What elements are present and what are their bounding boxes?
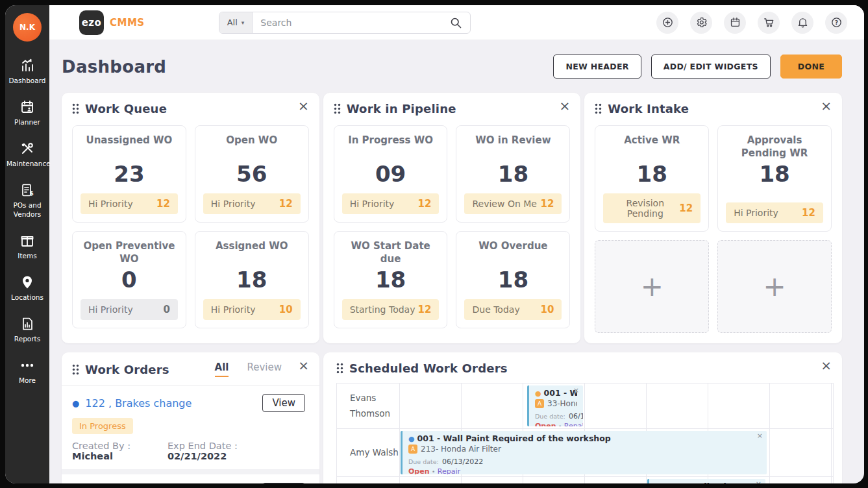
stat-card-open-wo[interactable]: Open WO 56 Hi Priority 12: [195, 125, 309, 223]
stat-label: WO in Review: [464, 134, 562, 160]
purchase-orders-icon: $: [19, 182, 35, 198]
stat-label: WO Overdue: [464, 240, 562, 265]
view-button[interactable]: View: [262, 394, 305, 412]
badge-label: Hi Priority: [88, 304, 133, 315]
status-dot-icon: ●: [408, 435, 415, 443]
stat-card-in-progress-wo[interactable]: In Progress WO 09 Hi Priority 12: [334, 125, 448, 223]
stat-label: Unassigned WO: [81, 134, 178, 160]
badge-label: Hi Priority: [211, 199, 256, 209]
svg-text:?: ?: [834, 19, 837, 26]
priority-badge: Hi Priority 0: [81, 299, 178, 320]
done-button[interactable]: DONE: [780, 55, 842, 79]
work-order-list-item: ● 122 , Brakes change View In Progress C…: [72, 385, 309, 469]
stat-card-wo-start-date-due[interactable]: WO Start Date due 18 Starting Today 12: [334, 231, 448, 328]
close-icon[interactable]: ×: [757, 432, 763, 439]
sidebar-item-maintenance[interactable]: Maintenance: [5, 134, 49, 175]
priority-badge: Hi Priority 12: [203, 193, 301, 214]
calendar-button[interactable]: [724, 12, 746, 34]
search-filter-dropdown[interactable]: All ▾: [219, 12, 253, 33]
drag-handle-icon[interactable]: [334, 103, 341, 114]
cart-button[interactable]: [758, 12, 780, 34]
user-avatar[interactable]: N.K: [13, 13, 42, 42]
settings-button[interactable]: [690, 12, 712, 34]
drag-handle-icon[interactable]: [72, 103, 79, 114]
add-widget-placeholder[interactable]: +: [717, 240, 832, 333]
app-window: N.K Dashboard Planner Maintenance $ POs …: [5, 5, 864, 483]
priority-badge: Hi Priority 12: [726, 202, 823, 223]
sidebar-item-label: POs and Vendors: [6, 201, 48, 218]
stat-card-open-preventive-wo[interactable]: Open Preventive WO 0 Hi Priority 0: [72, 231, 186, 328]
schedule-row: Jery × ●001 - Wall Paint needed Open • R…: [337, 477, 833, 483]
sidebar-item-items[interactable]: Items: [5, 226, 49, 267]
new-header-button[interactable]: NEW HEADER: [553, 55, 641, 79]
notifications-button[interactable]: [791, 12, 813, 34]
widget-work-in-pipeline: Work in Pipeline × In Progress WO 09 Hi …: [323, 93, 581, 343]
page-title: Dashboard: [62, 57, 543, 77]
status-dot-icon: ●: [535, 389, 541, 398]
stat-card-assigned-wo[interactable]: Assigned WO 18 Hi Priority 10: [195, 231, 309, 328]
close-icon[interactable]: ×: [298, 359, 309, 372]
add-button[interactable]: [656, 12, 678, 34]
search-icon[interactable]: [449, 16, 462, 29]
tab-review[interactable]: Review: [247, 361, 282, 377]
chevron-down-icon: ▾: [242, 19, 245, 26]
sidebar-item-reports[interactable]: Reports: [5, 309, 49, 350]
help-button[interactable]: ?: [825, 12, 847, 34]
stat-card-wo-overdue[interactable]: WO Overdue 18 Due Today 10: [456, 231, 570, 328]
close-icon[interactable]: ×: [756, 480, 762, 483]
drag-handle-icon[interactable]: [595, 103, 602, 114]
stat-card-unassigned-wo[interactable]: Unassigned WO 23 Hi Priority 12: [72, 125, 186, 223]
badge-value: 12: [156, 198, 170, 210]
work-order-link[interactable]: 122 , Brakes change: [85, 397, 192, 409]
stat-label: Open WO: [203, 134, 301, 160]
stat-value: 23: [81, 161, 178, 187]
drag-handle-icon[interactable]: [72, 364, 79, 375]
tab-all[interactable]: All: [215, 361, 229, 377]
stat-label: Approvals Pending WR: [726, 134, 823, 160]
stat-label: Assigned WO: [203, 240, 301, 265]
calendar-icon: [729, 16, 741, 29]
technician-name: Evans Thomson: [337, 384, 400, 428]
sidebar-item-label: Items: [6, 252, 48, 260]
view-button[interactable]: View: [262, 483, 305, 483]
badge-label: Hi Priority: [734, 208, 778, 218]
help-icon: ?: [830, 16, 843, 29]
stat-label: WO Start Date due: [342, 240, 440, 265]
search-input[interactable]: [253, 18, 449, 28]
close-icon[interactable]: ×: [560, 99, 571, 112]
stat-card-approvals-pending-wr[interactable]: Approvals Pending WR 18 Hi Priority 12: [717, 125, 832, 232]
gear-icon: [695, 16, 708, 29]
drag-handle-icon[interactable]: [336, 363, 343, 374]
widget-title: Work in Pipeline: [347, 102, 456, 116]
widget-work-queue: Work Queue × Unassigned WO 23 Hi Priorit…: [62, 93, 319, 343]
scheduled-wo-card[interactable]: × ●001 - Wall Pai... A33-Honda Air F.. D…: [527, 385, 583, 426]
technician-name: Jery: [337, 477, 400, 483]
stat-card-active-wr[interactable]: Active WR 18 Revision Pending 12: [595, 125, 709, 232]
location-pin-icon: [19, 274, 35, 290]
close-icon[interactable]: ×: [573, 387, 579, 394]
badge-value: 12: [802, 207, 815, 219]
svg-text:$: $: [30, 190, 34, 197]
widget-title: Scheduled Work Orders: [349, 361, 508, 375]
add-widget-placeholder[interactable]: +: [595, 240, 709, 333]
widget-title: Work Orders: [85, 363, 169, 376]
badge-value: 12: [418, 198, 432, 210]
stat-value: 56: [203, 161, 301, 187]
sidebar-item-more[interactable]: More: [5, 350, 49, 392]
add-edit-widgets-button[interactable]: ADD/ EDIT WIDGETS: [651, 55, 771, 79]
close-icon[interactable]: ×: [821, 99, 832, 112]
close-icon[interactable]: ×: [298, 99, 309, 112]
ezo-logo[interactable]: ezo: [79, 10, 104, 35]
stat-card-wo-in-review[interactable]: WO in Review 18 Review On Me 12: [456, 125, 570, 223]
badge-value: 12: [279, 198, 293, 210]
scheduled-wo-card[interactable]: × ●001 - Wall Paint needed Open • Repair: [647, 479, 765, 483]
badge-value: 0: [163, 304, 169, 315]
sidebar-item-locations[interactable]: Locations: [5, 267, 49, 309]
sidebar-item-planner[interactable]: Planner: [5, 92, 49, 134]
sidebar-item-dashboard[interactable]: Dashboard: [5, 51, 49, 92]
stat-label: Open Preventive WO: [81, 240, 178, 265]
scheduled-wo-card[interactable]: × ●001 - Wall Paint Required of the work…: [401, 431, 767, 474]
close-icon[interactable]: ×: [821, 359, 832, 372]
sidebar-item-pos-vendors[interactable]: $ POs and Vendors: [5, 175, 49, 225]
stat-value: 0: [81, 267, 178, 293]
